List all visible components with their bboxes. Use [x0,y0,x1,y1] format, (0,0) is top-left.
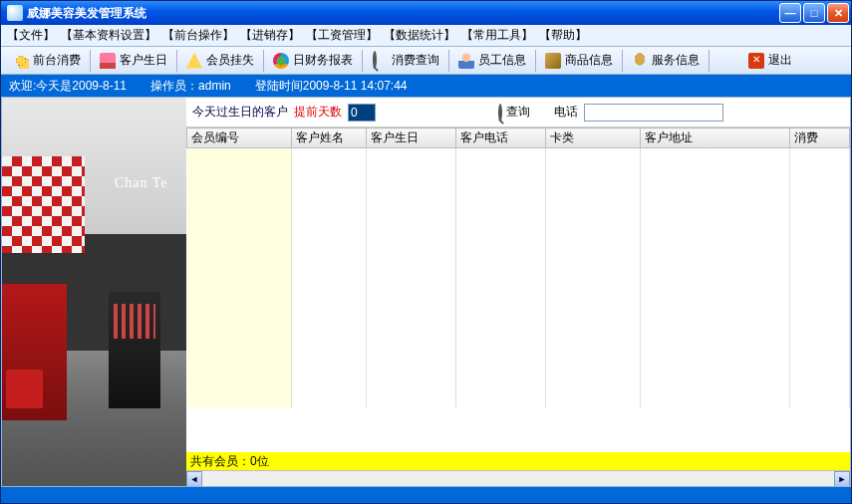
chart-icon [273,53,289,69]
coins-icon [13,53,29,69]
col-member-id[interactable]: 会员编号 [187,128,292,148]
close-button[interactable]: ✕ [827,3,849,23]
phone-input[interactable] [584,104,723,122]
menu-file[interactable]: 【文件】 [7,27,55,44]
menu-salary[interactable]: 【工资管理】 [306,27,378,44]
scroll-left-button[interactable]: ◄ [186,471,202,487]
scroll-right-button[interactable]: ► [834,471,850,487]
tb-exit[interactable]: 退出 [740,49,800,73]
table-empty-row [187,148,850,407]
col-name[interactable]: 客户姓名 [292,128,367,148]
toolbar: 前台消费 客户生日 会员挂失 日财务报表 消费查询 员工信息 商品信息 服务信息… [1,47,851,75]
status-login: 登陆时间2009-8-11 14:07:44 [255,78,408,95]
exit-icon [748,53,764,69]
summary-bar: 共有会员：0位 [186,452,850,470]
search-icon [497,106,503,120]
col-address[interactable]: 客户地址 [641,128,790,148]
grid-wrap: 会员编号 客户姓名 客户生日 客户电话 卡类 客户地址 消费 [186,127,850,486]
app-icon [7,5,23,21]
app-window: 威娜美容美发管理系统 — □ ✕ 【文件】 【基本资料设置】 【前台操作】 【进… [0,0,852,504]
title-bar: 威娜美容美发管理系统 — □ ✕ [1,1,851,25]
bell-icon [632,53,648,69]
phone-label: 电话 [554,104,578,121]
days-input[interactable] [348,104,376,122]
customer-grid[interactable]: 会员编号 客户姓名 客户生日 客户电话 卡类 客户地址 消费 [186,127,850,452]
query-button[interactable]: 查询 [497,104,530,121]
tb-service[interactable]: 服务信息 [624,49,708,73]
salon-sign: Chan Te [115,175,168,191]
menu-front[interactable]: 【前台操作】 [162,27,234,44]
user-icon [458,53,474,69]
status-line: 欢迎:今天是2009-8-11 操作员：admin 登陆时间2009-8-11 … [1,75,851,97]
table-header-row: 会员编号 客户姓名 客户生日 客户电话 卡类 客户地址 消费 [187,128,850,148]
status-operator: 操作员：admin [150,78,231,95]
tb-staff[interactable]: 员工信息 [450,49,534,73]
menu-bar: 【文件】 【基本资料设置】 【前台操作】 【进销存】 【工资管理】 【数据统计】… [1,25,851,47]
bottom-bar [1,487,851,503]
window-controls: — □ ✕ [779,3,849,23]
warn-icon [186,53,202,69]
menu-stats[interactable]: 【数据统计】 [384,27,455,44]
window-title: 威娜美容美发管理系统 [27,5,779,22]
tb-front-consume[interactable]: 前台消费 [5,49,89,73]
menu-basic[interactable]: 【基本资料设置】 [61,27,156,44]
col-phone[interactable]: 客户电话 [456,128,546,148]
horizontal-scrollbar[interactable]: ◄ ► [186,470,850,486]
col-consume[interactable]: 消费 [790,128,850,148]
cake-icon [100,53,116,69]
sidebar-image: Chan Te [2,98,186,486]
main-panel: 今天过生日的客户 提前天数 查询 电话 [186,98,850,486]
status-welcome: 欢迎:今天是2009-8-11 [9,78,127,95]
col-birthday[interactable]: 客户生日 [367,128,456,148]
tb-birthday[interactable]: 客户生日 [92,49,175,73]
maximize-button[interactable]: □ [803,3,825,23]
menu-stock[interactable]: 【进销存】 [240,27,300,44]
summary-text: 共有会员：0位 [190,453,269,470]
menu-tools[interactable]: 【常用工具】 [461,27,533,44]
tb-query[interactable]: 消费查询 [364,49,447,73]
tb-report[interactable]: 日财务报表 [265,49,361,73]
filter-bar: 今天过生日的客户 提前天数 查询 电话 [186,98,850,127]
filter-title: 今天过生日的客户 [192,104,288,121]
box-icon [545,53,561,69]
col-card[interactable]: 卡类 [546,128,641,148]
filter-days-label: 提前天数 [294,104,342,121]
menu-help[interactable]: 【帮助】 [539,27,587,44]
tb-goods[interactable]: 商品信息 [537,49,621,73]
search-icon [372,53,388,69]
body: Chan Te 今天过生日的客户 提前天数 查询 电话 [1,97,851,487]
tb-loss[interactable]: 会员挂失 [178,49,262,73]
minimize-button[interactable]: — [779,3,801,23]
